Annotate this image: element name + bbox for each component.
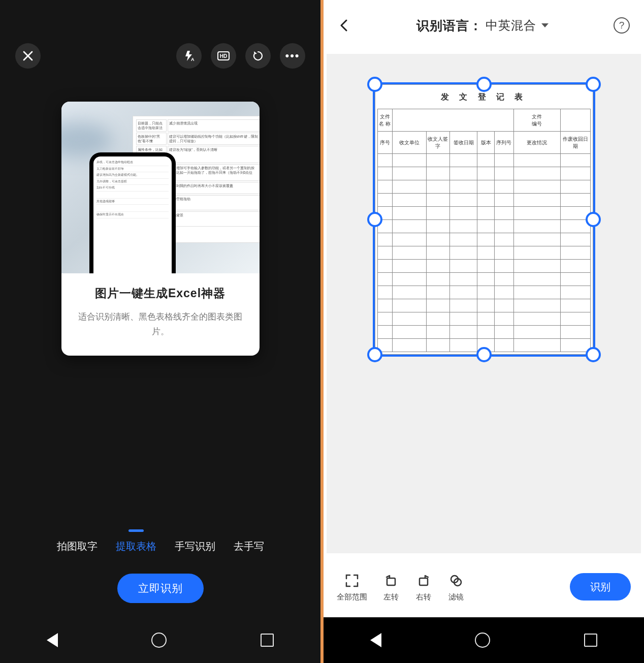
crop-handle-top-right[interactable] xyxy=(586,77,601,92)
svg-rect-3 xyxy=(387,578,395,585)
tool-label: 全部范围 xyxy=(337,592,367,602)
crop-handle-mid-left[interactable] xyxy=(367,212,382,227)
close-button[interactable] xyxy=(15,43,41,69)
system-navbar-left xyxy=(0,617,320,663)
mode-tabs: 拍图取字 提取表格 手写识别 去手写 xyxy=(0,516,320,556)
feature-card: 目标题，只能点击选中拖动算法 减少崩溃情况出现 色板轴中的"黑色"看不懂 建议可… xyxy=(61,102,260,356)
crop-recognize-screen: 识别语言： 中英混合 ? 发 文 登 记 表 文件 名 称 文件 编号 xyxy=(324,0,644,663)
crop-frame xyxy=(373,82,595,357)
camera-scan-screen: A HD ••• 目标题，只能点击选中拖动算法 减少崩溃情况出现 色板轴中的"黑… xyxy=(0,0,320,663)
nav-recent-icon[interactable] xyxy=(584,634,597,647)
svg-rect-4 xyxy=(420,578,428,585)
crop-handle-bot-mid[interactable] xyxy=(476,347,492,362)
back-button[interactable] xyxy=(338,19,351,32)
nav-home-icon[interactable] xyxy=(475,633,490,648)
preview-phone-frame: 并线，可点击选中拖动框改 太刀枪新目前不好等 建议增加高为全新建模式功能。 另外… xyxy=(89,152,176,273)
crop-handle-top-mid[interactable] xyxy=(476,77,492,92)
tool-label: 滤镜 xyxy=(448,592,464,602)
hd-button[interactable]: HD xyxy=(211,43,236,69)
tool-rotate-left[interactable]: 左转 xyxy=(382,572,400,602)
refresh-button[interactable] xyxy=(245,43,271,69)
system-navbar-right xyxy=(324,617,644,663)
crop-handle-top-left[interactable] xyxy=(367,77,382,92)
recognize-topbar: 识别语言： 中英混合 ? xyxy=(324,0,644,51)
camera-topbar: A HD ••• xyxy=(0,0,320,81)
crop-handle-bot-right[interactable] xyxy=(586,347,601,362)
svg-text:A: A xyxy=(191,57,195,62)
rotate-right-icon xyxy=(415,572,432,589)
tab-handwriting[interactable]: 手写识别 xyxy=(174,536,216,556)
nav-back-icon[interactable] xyxy=(370,633,381,647)
crop-area[interactable]: 发 文 登 记 表 文件 名 称 文件 编号 序号 收文单位 收文人签字 xyxy=(375,84,593,355)
nav-recent-icon[interactable] xyxy=(261,634,274,647)
expand-icon xyxy=(343,572,361,589)
help-button[interactable]: ? xyxy=(614,17,630,34)
tool-full-range[interactable]: 全部范围 xyxy=(337,572,367,602)
crop-handle-bot-left[interactable] xyxy=(367,347,382,362)
language-value: 中英混合 xyxy=(486,17,536,34)
recognize-button[interactable]: 识别 xyxy=(570,573,631,601)
tool-label: 右转 xyxy=(416,592,431,602)
edit-toolbar: 全部范围 左转 右转 滤镜 识别 xyxy=(324,556,644,617)
crop-handle-mid-right[interactable] xyxy=(586,212,601,227)
nav-home-icon[interactable] xyxy=(151,633,167,648)
tool-label: 左转 xyxy=(383,592,399,602)
crop-stage: 发 文 登 记 表 文件 名 称 文件 编号 序号 收文单位 收文人签字 xyxy=(327,54,641,553)
recognize-now-button[interactable]: 立即识别 xyxy=(117,574,204,603)
filter-icon xyxy=(447,572,465,589)
tab-photo-text[interactable]: 拍图取字 xyxy=(56,536,99,556)
more-button[interactable]: ••• xyxy=(280,43,305,69)
chevron-down-icon xyxy=(541,23,549,27)
tool-filter[interactable]: 滤镜 xyxy=(447,572,465,602)
nav-back-icon[interactable] xyxy=(47,633,58,647)
tab-remove-handwriting[interactable]: 去手写 xyxy=(233,536,265,556)
feature-card-title: 图片一键生成Excel神器 xyxy=(76,286,245,301)
flash-auto-button[interactable]: A xyxy=(176,43,202,69)
language-selector[interactable]: 识别语言： 中英混合 xyxy=(416,17,549,34)
svg-text:HD: HD xyxy=(220,53,227,59)
feature-card-image: 目标题，只能点击选中拖动算法 减少崩溃情况出现 色板轴中的"黑色"看不懂 建议可… xyxy=(61,102,260,273)
language-label: 识别语言： xyxy=(416,17,482,34)
tab-extract-table[interactable]: 提取表格 xyxy=(115,536,157,556)
rotate-left-icon xyxy=(382,572,400,589)
tool-rotate-right[interactable]: 右转 xyxy=(415,572,432,602)
feature-card-subtitle: 适合识别清晰、黑色表格线齐全的图表类图片。 xyxy=(76,309,245,340)
